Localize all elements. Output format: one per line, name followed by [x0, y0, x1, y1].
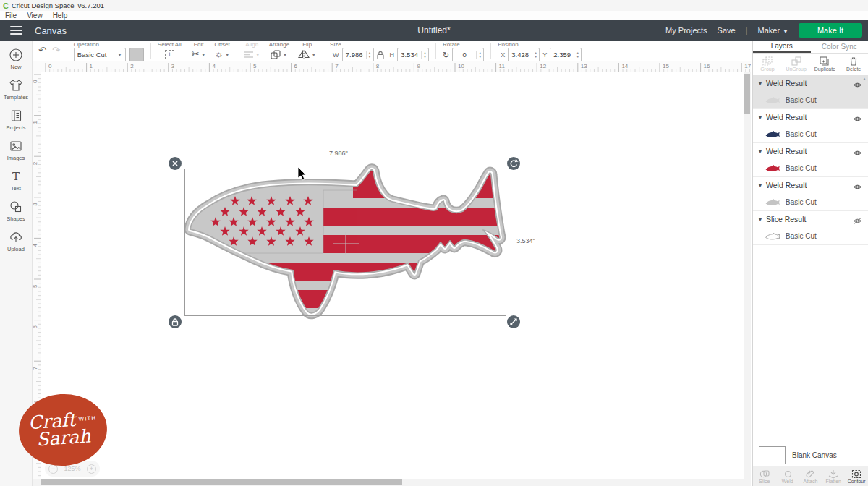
document-title[interactable]: Untitled* — [417, 25, 450, 35]
delete-button[interactable]: Delete — [839, 56, 868, 72]
position-y-field[interactable]: ▲▼ — [550, 48, 582, 62]
save-link[interactable]: Save — [718, 26, 736, 35]
select-all-label: Select All — [158, 41, 182, 48]
lock-aspect-icon[interactable] — [376, 50, 385, 60]
rotate-handle[interactable] — [507, 157, 520, 170]
x-axis-label: X — [501, 51, 505, 59]
rotate-stepper[interactable]: ▲▼ — [476, 51, 483, 59]
attach-button[interactable]: Attach — [799, 469, 822, 484]
svg-text:15: 15 — [663, 63, 669, 69]
caret-down-icon[interactable]: ▼ — [757, 80, 766, 87]
my-projects-link[interactable]: My Projects — [665, 26, 707, 35]
delete-handle[interactable] — [169, 157, 182, 170]
layer-basic-cut[interactable]: Basic Cut — [753, 193, 868, 211]
width-field[interactable]: ▲▼ — [342, 48, 374, 62]
blank-canvas-swatch[interactable] — [759, 446, 786, 464]
sidebar-item-images[interactable]: Images — [0, 139, 33, 161]
hamburger-menu-icon[interactable] — [0, 20, 32, 40]
lock-handle[interactable] — [169, 315, 182, 328]
height-axis-label: H — [390, 51, 395, 59]
visibility-eye-icon[interactable] — [853, 79, 862, 92]
flatten-button[interactable]: Flatten — [822, 469, 845, 484]
canvas-horizontal-scrollbar[interactable] — [33, 479, 751, 486]
scrollbar-thumb[interactable] — [41, 479, 402, 485]
caret-down-icon[interactable]: ▼ — [757, 114, 766, 121]
layer-basic-cut[interactable]: Basic Cut — [753, 125, 868, 143]
slice-button[interactable]: Slice — [753, 469, 776, 484]
svg-text:5: 5 — [253, 63, 257, 69]
machine-selector[interactable]: Maker▼ — [758, 26, 788, 35]
position-x-field[interactable]: ▲▼ — [508, 48, 540, 62]
group-icon — [762, 56, 773, 66]
redo-icon[interactable]: ↷ — [52, 45, 60, 56]
blank-canvas-label: Blank Canvas — [792, 451, 837, 459]
height-stepper[interactable]: ▲▼ — [421, 51, 428, 59]
offset-menu-button[interactable]: ☼▼ — [215, 48, 230, 61]
menu-file[interactable]: File — [0, 12, 22, 20]
menu-view[interactable]: View — [22, 12, 48, 20]
caret-down-icon[interactable]: ▼ — [757, 182, 766, 189]
sidebar-item-projects[interactable]: Projects — [0, 108, 33, 131]
layer-group-weld-2[interactable]: ▼Weld Result Basic Cut — [753, 109, 868, 143]
make-it-button[interactable]: Make It — [799, 23, 862, 38]
height-field[interactable]: ▲▼ — [397, 48, 429, 62]
zoom-level: 125% — [64, 465, 80, 472]
shark-thumbnail — [765, 164, 780, 172]
layer-basic-cut[interactable]: Basic Cut — [753, 159, 868, 177]
align-menu-button[interactable]: ▼ — [244, 48, 260, 61]
sidebar-item-upload[interactable]: Upload — [0, 230, 33, 252]
caret-down-icon[interactable]: ▼ — [757, 216, 766, 223]
visibility-eye-icon[interactable] — [853, 147, 862, 160]
position-x-stepper[interactable]: ▲▼ — [532, 51, 539, 59]
edit-label: Edit — [194, 41, 204, 48]
sidebar-item-text[interactable]: T Text — [0, 169, 33, 192]
flip-menu-button[interactable]: ▼ — [298, 48, 316, 61]
svg-text:6: 6 — [33, 325, 38, 329]
position-y-stepper[interactable]: ▲▼ — [574, 51, 581, 59]
undo-icon[interactable]: ↶ — [38, 45, 46, 56]
visibility-eye-icon[interactable] — [853, 113, 862, 126]
layer-list-scroll-up-icon[interactable]: ▲ — [862, 77, 867, 81]
sidebar-item-shapes[interactable]: Shapes — [0, 200, 33, 222]
layer-basic-cut[interactable]: Basic Cut — [753, 91, 868, 109]
layer-list: ▼Weld Result Basic Cut ▼Weld Result Basi… — [753, 75, 868, 245]
operation-label: Operation — [74, 41, 99, 48]
resize-handle[interactable] — [507, 315, 520, 328]
y-axis-label: Y — [542, 51, 547, 59]
edit-menu-button[interactable]: ✂▼ — [192, 48, 206, 61]
width-axis-label: W — [333, 51, 339, 59]
chevron-down-icon: ▼ — [783, 28, 788, 35]
color-swatch[interactable] — [129, 48, 144, 62]
duplicate-button[interactable]: Duplicate — [811, 56, 840, 72]
rotate-field[interactable]: ▲▼ — [452, 48, 484, 62]
notebook-icon — [9, 108, 23, 123]
visibility-hidden-eye-icon[interactable] — [853, 215, 862, 228]
contour-button[interactable]: Contour — [845, 469, 868, 484]
layer-group-slice[interactable]: ▼Slice Result Basic Cut — [753, 211, 868, 245]
zoom-in-button[interactable]: + — [87, 464, 96, 474]
arrange-label: Arrange — [269, 41, 289, 48]
tab-color-sync[interactable]: Color Sync — [811, 40, 868, 53]
tab-layers[interactable]: Layers — [753, 40, 811, 53]
layer-group-weld-3[interactable]: ▼Weld Result Basic Cut — [753, 143, 868, 177]
ungroup-button[interactable]: UnGroup — [782, 56, 811, 72]
svg-text:12: 12 — [540, 63, 546, 69]
layer-group-weld-4[interactable]: ▼Weld Result Basic Cut — [753, 177, 868, 211]
weld-button[interactable]: Weld — [776, 469, 799, 484]
flatten-icon — [828, 469, 838, 479]
scrollbar-thumb[interactable] — [744, 74, 750, 114]
operation-select[interactable]: Basic Cut▼ — [74, 48, 126, 62]
layer-group-weld-1[interactable]: ▼Weld Result Basic Cut — [753, 75, 868, 109]
sidebar-item-templates[interactable]: Templates — [0, 78, 33, 101]
menu-help[interactable]: Help — [48, 12, 73, 20]
caret-down-icon[interactable]: ▼ — [757, 148, 766, 155]
visibility-eye-icon[interactable] — [853, 181, 862, 194]
arrange-menu-button[interactable]: ▼ — [271, 48, 287, 61]
svg-text:7: 7 — [335, 63, 339, 69]
select-all-button[interactable]: + — [165, 50, 174, 59]
sidebar-item-new[interactable]: New — [0, 48, 33, 70]
width-stepper[interactable]: ▲▼ — [366, 51, 373, 59]
layer-basic-cut[interactable]: Basic Cut — [753, 227, 868, 245]
canvas-vertical-scrollbar[interactable] — [744, 72, 751, 479]
group-button[interactable]: Group — [753, 56, 782, 72]
